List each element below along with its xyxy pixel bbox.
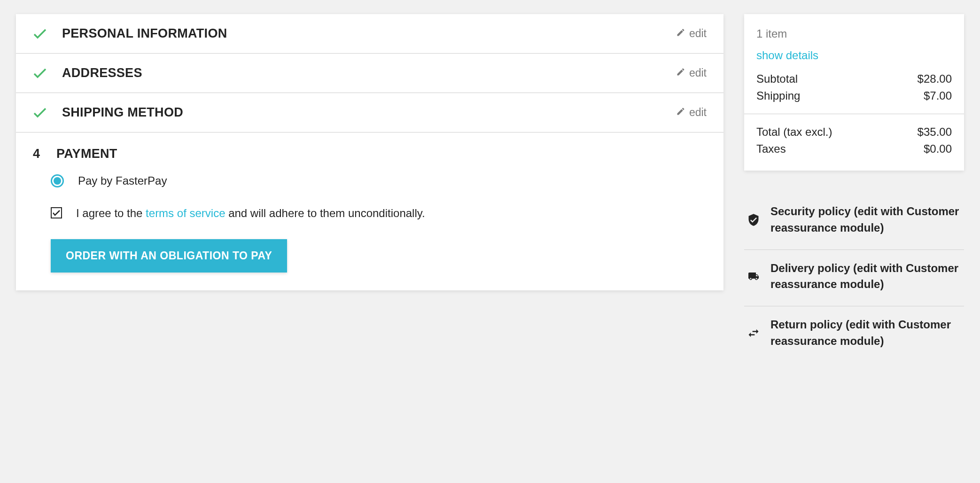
reassurance-text: Return policy (edit with Customer reassu…	[770, 317, 964, 350]
reassurance-return: Return policy (edit with Customer reassu…	[744, 306, 964, 363]
shipping-label: Shipping	[756, 89, 800, 102]
step-title: PAYMENT	[56, 147, 117, 161]
show-details-link[interactable]: show details	[756, 49, 952, 62]
terms-row: I agree to the terms of service and will…	[51, 205, 707, 221]
edit-label: edit	[689, 67, 707, 79]
terms-of-service-link[interactable]: terms of service	[146, 207, 225, 219]
step-payment: 4 PAYMENT Pay by FasterPay I agree to th…	[16, 132, 723, 290]
total-label: Total (tax excl.)	[756, 125, 832, 139]
step-personal-information: PERSONAL INFORMATION edit	[16, 14, 723, 54]
divider	[744, 114, 964, 114]
shield-check-icon	[746, 212, 761, 227]
checkout-steps-panel: PERSONAL INFORMATION edit ADDRESSES	[16, 14, 723, 290]
summary-taxes-line: Taxes $0.00	[756, 142, 952, 156]
taxes-label: Taxes	[756, 142, 786, 156]
subtotal-value: $28.00	[918, 72, 952, 86]
taxes-value: $0.00	[924, 142, 952, 156]
reassurance-delivery: Delivery policy (edit with Customer reas…	[744, 250, 964, 307]
edit-label: edit	[689, 27, 707, 40]
truck-icon	[746, 269, 761, 284]
step-title: SHIPPING METHOD	[62, 105, 183, 120]
reassurance-security: Security policy (edit with Customer reas…	[744, 193, 964, 250]
terms-checkbox[interactable]	[51, 207, 62, 218]
step-addresses: ADDRESSES edit	[16, 54, 723, 93]
item-count: 1 item	[756, 27, 952, 40]
reassurance-text: Security policy (edit with Customer reas…	[770, 203, 964, 236]
summary-total-line: Total (tax excl.) $35.00	[756, 125, 952, 139]
pencil-icon	[676, 67, 685, 79]
pencil-icon	[676, 27, 685, 40]
swap-icon	[746, 326, 761, 341]
edit-personal-information-link[interactable]: edit	[676, 27, 707, 40]
payment-option-label: Pay by FasterPay	[78, 174, 167, 187]
total-value: $35.00	[918, 125, 952, 139]
step-number: 4	[33, 147, 46, 161]
step-title: PERSONAL INFORMATION	[62, 26, 227, 41]
order-summary-card: 1 item show details Subtotal $28.00 Ship…	[744, 14, 964, 171]
radio-selected-icon[interactable]	[51, 174, 64, 187]
edit-label: edit	[689, 106, 707, 119]
terms-text: I agree to the terms of service and will…	[76, 205, 425, 221]
terms-prefix: I agree to the	[76, 207, 146, 219]
step-shipping-method: SHIPPING METHOD edit	[16, 93, 723, 132]
subtotal-label: Subtotal	[756, 72, 798, 86]
check-icon	[33, 66, 47, 80]
shipping-value: $7.00	[924, 89, 952, 102]
pencil-icon	[676, 106, 685, 119]
order-button[interactable]: ORDER WITH AN OBLIGATION TO PAY	[51, 239, 287, 273]
reassurance-block: Security policy (edit with Customer reas…	[744, 193, 964, 363]
check-icon	[33, 27, 47, 41]
edit-shipping-method-link[interactable]: edit	[676, 106, 707, 119]
terms-suffix: and will adhere to them unconditionally.	[225, 207, 425, 219]
payment-option-fasterpay[interactable]: Pay by FasterPay	[51, 174, 707, 187]
reassurance-text: Delivery policy (edit with Customer reas…	[770, 260, 964, 293]
summary-shipping-line: Shipping $7.00	[756, 89, 952, 102]
side-panel: 1 item show details Subtotal $28.00 Ship…	[744, 14, 964, 363]
edit-addresses-link[interactable]: edit	[676, 67, 707, 79]
check-icon	[33, 106, 47, 120]
summary-subtotal-line: Subtotal $28.00	[756, 72, 952, 86]
step-title: ADDRESSES	[62, 66, 142, 80]
